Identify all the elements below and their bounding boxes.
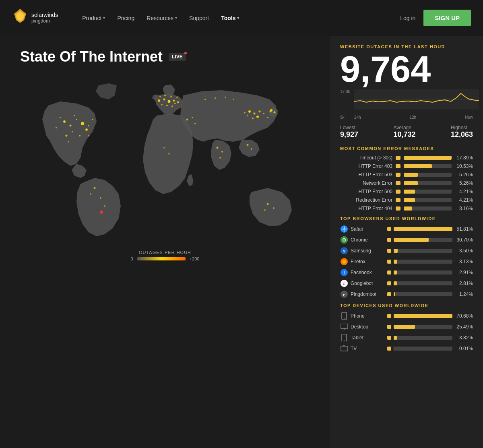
error-label: Network Error: [340, 180, 392, 186]
svg-point-49: [247, 115, 248, 116]
svg-point-36: [186, 119, 188, 121]
svg-point-50: [244, 112, 246, 114]
device-dot: [387, 336, 391, 340]
svg-point-45: [252, 118, 254, 119]
signup-button[interactable]: SIGN UP: [423, 10, 471, 26]
browser-label: Pingdombot: [351, 291, 385, 297]
svg-point-34: [174, 103, 176, 104]
browsers-list: Safari 51.81% Chrome 30.70% S Samsung 3.…: [340, 225, 473, 298]
browser-pct: 2.81%: [455, 281, 473, 286]
browser-label: Googlebot: [351, 281, 385, 286]
browser-pct: 1.24%: [455, 291, 473, 297]
svg-point-32: [164, 95, 166, 96]
svg-point-44: [256, 116, 259, 118]
error-label: Timeout (> 30s): [340, 155, 392, 161]
nav-product[interactable]: Product ▾: [82, 15, 105, 21]
y-max: 12.0k: [340, 89, 350, 94]
browser-icon: f: [340, 268, 348, 277]
error-label: HTTP Error 404: [340, 206, 392, 211]
error-row: Network Error 5.26%: [340, 180, 473, 186]
legend-min: 0: [131, 256, 133, 261]
svg-point-14: [74, 115, 75, 116]
svg-point-53: [251, 148, 252, 150]
svg-point-20: [100, 197, 101, 199]
svg-point-5: [70, 125, 72, 127]
browser-row: G Googlebot 2.81%: [340, 279, 473, 287]
browser-pct: 51.81%: [455, 226, 473, 232]
error-fill: [404, 173, 418, 177]
browser-icon: P: [340, 290, 348, 298]
browser-row: S Samsung 3.50%: [340, 247, 473, 255]
lowest-value: 9,927: [340, 130, 358, 139]
error-track: [404, 206, 452, 211]
legend-title: OUTAGES PER HOUR: [139, 250, 191, 255]
svg-point-64: [274, 111, 276, 114]
nav-tools[interactable]: Tools ▾: [221, 15, 239, 21]
sparkline-wrapper: 12.0k 9k 24h 12h Now: [340, 89, 473, 120]
chevron-down-icon: ▾: [175, 16, 177, 20]
page-title: State Of The Internet: [20, 48, 163, 65]
world-map: [24, 73, 306, 244]
stat-lowest: Lowest 9,927: [340, 125, 358, 139]
lowest-label: Lowest: [340, 125, 358, 130]
browser-track: [394, 270, 452, 275]
svg-point-92: [344, 340, 345, 341]
svg-point-18: [68, 141, 69, 142]
svg-point-55: [273, 207, 275, 209]
browser-dot: [387, 260, 391, 264]
error-pct: 4.21%: [455, 197, 473, 203]
device-fill: [394, 314, 452, 318]
legend-max: +200: [190, 256, 200, 261]
svg-point-62: [233, 99, 234, 100]
solarwinds-logo-icon: [12, 9, 28, 27]
device-track: [394, 325, 452, 329]
browser-dot: [387, 292, 391, 296]
login-button[interactable]: Log in: [400, 15, 415, 21]
browser-track: [394, 227, 452, 231]
browser-fill: [394, 227, 452, 231]
error-fill: [404, 156, 452, 160]
outages-section: WEBSITE OUTAGES IN THE LAST HOUR 9,764 1…: [340, 44, 473, 139]
svg-point-56: [264, 209, 266, 211]
nav-pricing[interactable]: Pricing: [117, 15, 134, 21]
device-label: TV: [351, 346, 385, 351]
right-panel: WEBSITE OUTAGES IN THE LAST HOUR 9,764 1…: [330, 36, 483, 448]
browser-dot: [387, 249, 391, 253]
error-label: Redirection Error: [340, 197, 392, 203]
svg-point-11: [79, 135, 80, 136]
device-pct: 25.49%: [455, 324, 473, 330]
average-label: Average: [393, 125, 415, 130]
errors-list: Timeout (> 30s) 17.89% HTTP Error 403 10…: [340, 155, 473, 211]
browser-fill: [394, 249, 398, 253]
device-track: [394, 336, 452, 340]
outages-label: WEBSITE OUTAGES IN THE LAST HOUR: [340, 44, 473, 49]
svg-point-28: [161, 104, 163, 105]
svg-point-4: [63, 120, 66, 123]
browser-fill: [394, 292, 395, 296]
error-dot: [396, 206, 400, 211]
device-pct: 3.82%: [455, 335, 473, 341]
device-label: Phone: [351, 313, 385, 319]
svg-point-26: [173, 100, 175, 102]
svg-point-8: [72, 131, 73, 132]
svg-point-40: [221, 151, 223, 153]
stats-row: Lowest 9,927 Average 10,732 Highest 12,0…: [340, 123, 473, 139]
world-map-svg: [24, 73, 306, 242]
error-pct: 5.26%: [455, 172, 473, 178]
nav-support[interactable]: Support: [189, 15, 209, 21]
browser-icon: [340, 236, 348, 244]
device-fill: [394, 347, 394, 351]
error-pct: 4.21%: [455, 189, 473, 194]
error-row: HTTP Error 500 4.21%: [340, 189, 473, 194]
error-row: HTTP Error 503 5.26%: [340, 172, 473, 178]
browser-row: Chrome 30.70%: [340, 236, 473, 244]
svg-text:G: G: [343, 282, 345, 286]
svg-point-16: [92, 119, 93, 120]
sparkline-chart: [354, 89, 479, 114]
svg-point-38: [194, 123, 196, 124]
svg-rect-93: [341, 346, 348, 351]
stat-highest: Highest 12,063: [451, 125, 473, 139]
device-icon: [340, 345, 348, 353]
logo-area[interactable]: solarwinds pingdom: [12, 9, 58, 27]
nav-resources[interactable]: Resources ▾: [147, 15, 177, 21]
